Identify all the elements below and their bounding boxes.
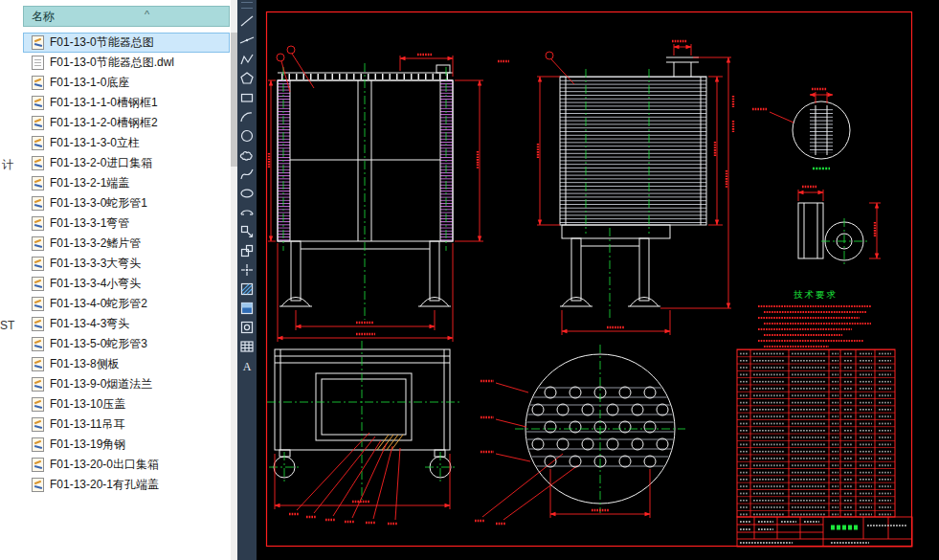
tool-ellipse-button[interactable] bbox=[237, 184, 257, 203]
file-name: F01-13-20-0出口集箱 bbox=[50, 457, 159, 473]
file-item[interactable]: F01-13-20-1有孔端盖 bbox=[23, 475, 230, 495]
file-name: F01-13-1-2-0槽钢框2 bbox=[50, 115, 158, 131]
file-name: F01-13-2-0进口集箱 bbox=[50, 155, 152, 171]
tool-ellipse-arc-button[interactable] bbox=[237, 203, 257, 222]
dwg-file-icon bbox=[32, 196, 44, 211]
file-item[interactable]: F01-13-3-3大弯头 bbox=[23, 254, 230, 274]
revision-cloud-icon bbox=[239, 147, 255, 163]
file-list-pane: 名称 ^ F01-13-0节能器总图 F01-13-0节能器总图.dwl F01… bbox=[23, 0, 231, 560]
file-name: F01-13-1-3-0立柱 bbox=[50, 135, 140, 151]
file-item[interactable]: F01-13-1-3-0立柱 bbox=[23, 133, 230, 153]
file-name: F01-13-0节能器总图 bbox=[50, 34, 154, 51]
dwg-file-icon bbox=[32, 216, 44, 231]
name-column-header[interactable]: 名称 ^ bbox=[23, 6, 230, 27]
file-item[interactable]: F01-13-3-4小弯头 bbox=[23, 274, 230, 294]
explorer-scrollbar[interactable] bbox=[231, 0, 237, 560]
tool-spline-button[interactable] bbox=[237, 165, 257, 184]
tube-bank-detail bbox=[481, 345, 685, 518]
file-item[interactable]: F01-13-1-2-0槽钢框2 bbox=[23, 113, 230, 133]
file-list: F01-13-0节能器总图 F01-13-0节能器总图.dwl F01-13-1… bbox=[23, 33, 230, 495]
file-item[interactable]: F01-13-3-0蛇形管1 bbox=[23, 193, 230, 213]
file-item[interactable]: F01-13-2-1端盖 bbox=[23, 173, 230, 193]
draw-toolbar: A bbox=[237, 0, 257, 560]
construction-line-icon bbox=[239, 33, 255, 48]
file-item[interactable]: F01-13-4-0蛇形管2 bbox=[23, 294, 230, 314]
dwg-file-icon bbox=[32, 377, 44, 392]
point-icon bbox=[239, 262, 255, 278]
file-name: F01-13-4-3弯头 bbox=[50, 316, 129, 332]
dwl-file-icon bbox=[32, 56, 44, 70]
dwg-file-icon bbox=[32, 277, 44, 291]
cad-viewport[interactable]: 技术要求 bbox=[257, 0, 939, 560]
tool-construction-line-button[interactable] bbox=[237, 31, 257, 50]
file-item[interactable]: F01-13-3-2鳍片管 bbox=[23, 234, 230, 254]
tool-line-button[interactable] bbox=[237, 11, 257, 31]
tech-requirements-title: 技术要求 bbox=[794, 289, 838, 300]
hatch-icon bbox=[239, 281, 255, 297]
file-name: F01-13-3-3大弯头 bbox=[50, 256, 141, 272]
dwg-file-icon bbox=[32, 458, 44, 472]
tool-arc-button[interactable] bbox=[237, 107, 257, 126]
front-view bbox=[268, 46, 509, 342]
tool-gradient-button[interactable] bbox=[237, 299, 257, 318]
dwg-file-icon bbox=[32, 317, 44, 331]
file-item[interactable]: F01-13-1-0底座 bbox=[23, 73, 230, 93]
sort-ascending-caret-icon: ^ bbox=[145, 9, 149, 20]
file-item[interactable]: F01-13-1-1-0槽钢框1 bbox=[23, 93, 230, 113]
file-name: F01-13-11吊耳 bbox=[50, 416, 124, 433]
tool-circle-button[interactable] bbox=[237, 126, 257, 146]
toolbar-grip[interactable] bbox=[241, 2, 253, 9]
tool-mtext-button[interactable]: A bbox=[237, 356, 257, 375]
tool-hatch-button[interactable] bbox=[237, 280, 257, 299]
dwg-file-icon bbox=[32, 337, 44, 351]
application-window: 计 ST 名称 ^ F01-13-0节能器总图 F01-13-0节能器总图.dw… bbox=[0, 0, 939, 560]
tool-point-button[interactable] bbox=[237, 260, 257, 280]
file-item[interactable]: F01-13-0节能器总图.dwl bbox=[23, 53, 230, 73]
name-column-label: 名称 bbox=[32, 9, 55, 25]
file-name: F01-13-20-1有孔端盖 bbox=[50, 477, 159, 493]
tree-fragment-text: ST bbox=[0, 319, 14, 332]
dwg-file-icon bbox=[32, 96, 44, 110]
file-name: F01-13-3-0蛇形管1 bbox=[50, 195, 147, 212]
file-item[interactable]: F01-13-11吊耳 bbox=[23, 414, 230, 435]
circle-icon bbox=[239, 128, 255, 144]
tool-polyline-button[interactable] bbox=[237, 50, 257, 69]
gradient-icon bbox=[239, 301, 255, 316]
file-name: F01-13-3-4小弯头 bbox=[50, 276, 141, 292]
ellipse-arc-icon bbox=[239, 205, 255, 220]
explorer-scrollbar-thumb[interactable] bbox=[231, 33, 237, 167]
file-item[interactable]: F01-13-0节能器总图 bbox=[23, 33, 230, 53]
dwg-file-icon bbox=[32, 417, 44, 432]
svg-text:A: A bbox=[243, 360, 252, 373]
tool-polygon-button[interactable] bbox=[237, 69, 257, 88]
file-item[interactable]: F01-13-3-1弯管 bbox=[23, 213, 230, 234]
file-item[interactable]: F01-13-4-3弯头 bbox=[23, 314, 230, 334]
ellipse-icon bbox=[239, 186, 255, 201]
file-item[interactable]: F01-13-20-0出口集箱 bbox=[23, 455, 230, 475]
polyline-icon bbox=[239, 52, 255, 67]
file-item[interactable]: F01-13-2-0进口集箱 bbox=[23, 153, 230, 173]
dwg-file-icon bbox=[32, 236, 44, 251]
file-name: F01-13-9-0烟道法兰 bbox=[50, 376, 152, 392]
tool-table-button[interactable] bbox=[237, 337, 257, 356]
dwg-file-icon bbox=[32, 116, 44, 130]
rectangle-icon bbox=[239, 90, 255, 105]
cad-drawing: 技术要求 bbox=[257, 0, 939, 560]
dwg-file-icon bbox=[32, 35, 44, 50]
file-item[interactable]: F01-13-10压盖 bbox=[23, 394, 230, 414]
make-block-icon bbox=[239, 243, 255, 258]
tool-rectangle-button[interactable] bbox=[237, 88, 257, 107]
file-item[interactable]: F01-13-19角钢 bbox=[23, 435, 230, 455]
file-name: F01-13-3-2鳍片管 bbox=[50, 235, 141, 252]
line-icon bbox=[239, 13, 255, 29]
file-item[interactable]: F01-13-8侧板 bbox=[23, 354, 230, 374]
tool-insert-block-button[interactable] bbox=[237, 222, 257, 241]
dwg-file-icon bbox=[32, 297, 44, 311]
tool-revision-cloud-button[interactable] bbox=[237, 146, 257, 165]
dwg-file-icon bbox=[32, 437, 44, 452]
file-item[interactable]: F01-13-5-0蛇形管3 bbox=[23, 334, 230, 354]
tool-make-block-button[interactable] bbox=[237, 241, 257, 260]
file-name: F01-13-1-0底座 bbox=[50, 75, 129, 91]
tool-region-button[interactable] bbox=[237, 318, 257, 337]
file-item[interactable]: F01-13-9-0烟道法兰 bbox=[23, 374, 230, 394]
